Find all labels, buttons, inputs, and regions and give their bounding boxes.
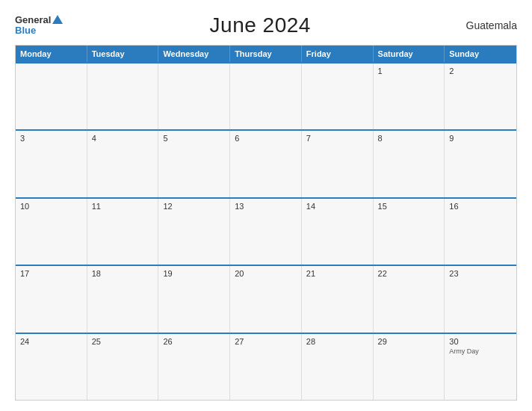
- calendar-day-cell: 25: [87, 334, 159, 400]
- calendar-day-cell: 29: [374, 334, 445, 400]
- day-number: 27: [235, 337, 244, 346]
- day-number: 17: [20, 269, 29, 278]
- calendar-header-cell: Friday: [302, 46, 374, 62]
- calendar-header-cell: Saturday: [374, 46, 445, 62]
- calendar-day-cell: 3: [16, 131, 87, 197]
- calendar-body: 1234567891011121314151617181920212223242…: [16, 62, 516, 400]
- calendar-day-cell: 5: [158, 131, 230, 197]
- calendar-day-cell: 2: [445, 64, 516, 129]
- day-number: 10: [20, 202, 29, 211]
- calendar-header-cell: Wednesday: [158, 46, 230, 62]
- day-number: 15: [378, 202, 387, 211]
- day-number: 16: [449, 202, 458, 211]
- calendar-day-cell: 22: [374, 266, 445, 332]
- calendar-week-row: 24252627282930Army Day: [16, 333, 516, 400]
- page: General Blue June 2024 Guatemala MondayT…: [0, 0, 532, 411]
- calendar-day-cell: 18: [87, 266, 159, 332]
- calendar-day-cell: 15: [374, 199, 445, 265]
- calendar-day-cell: 19: [158, 266, 230, 332]
- calendar-day-cell: 20: [230, 266, 302, 332]
- day-number: 29: [378, 337, 387, 346]
- calendar-day-cell: 11: [87, 199, 159, 265]
- calendar-day-cell: [230, 64, 302, 129]
- day-number: 23: [449, 269, 458, 278]
- calendar-day-cell: 30Army Day: [445, 334, 516, 400]
- calendar-day-cell: 4: [87, 131, 159, 197]
- calendar-header-cell: Tuesday: [87, 46, 159, 62]
- logo: General Blue: [15, 15, 63, 37]
- calendar-day-cell: 6: [230, 131, 302, 197]
- calendar-day-cell: [158, 64, 230, 129]
- day-number: 19: [163, 269, 172, 278]
- calendar-day-cell: 1: [374, 64, 445, 129]
- calendar-week-row: 12: [16, 62, 516, 129]
- day-number: 26: [163, 337, 172, 346]
- calendar-week-row: 17181920212223: [16, 265, 516, 332]
- day-number: 1: [378, 67, 383, 75]
- day-number: 14: [306, 202, 315, 211]
- day-number: 20: [235, 269, 244, 278]
- calendar-title: June 2024: [210, 13, 311, 37]
- day-number: 8: [378, 134, 383, 143]
- holiday-label: Army Day: [449, 347, 512, 355]
- calendar-day-cell: 16: [445, 199, 516, 265]
- day-number: 6: [235, 134, 239, 143]
- day-number: 21: [306, 269, 315, 278]
- day-number: 5: [163, 134, 167, 143]
- calendar-day-cell: 26: [158, 334, 230, 400]
- calendar-day-cell: [87, 64, 159, 129]
- day-number: 11: [92, 202, 101, 211]
- day-number: 4: [92, 134, 96, 143]
- logo-general-text: General: [15, 15, 51, 25]
- day-number: 18: [92, 269, 101, 278]
- day-number: 12: [163, 202, 172, 211]
- country-label: Guatemala: [457, 19, 517, 31]
- calendar-header-cell: Sunday: [445, 46, 516, 62]
- day-number: 22: [378, 269, 387, 278]
- calendar-day-cell: 21: [302, 266, 374, 332]
- calendar-day-cell: 13: [230, 199, 302, 265]
- logo-triangle-icon: [52, 15, 63, 24]
- header: General Blue June 2024 Guatemala: [15, 13, 517, 37]
- day-number: 24: [20, 337, 29, 346]
- day-number: 30: [449, 337, 458, 346]
- day-number: 28: [306, 337, 315, 346]
- day-number: 13: [235, 202, 244, 211]
- calendar-day-cell: 7: [302, 131, 374, 197]
- calendar-day-cell: 9: [445, 131, 516, 197]
- calendar-week-row: 10111213141516: [16, 197, 516, 265]
- calendar-day-cell: 10: [16, 199, 87, 265]
- calendar-header-cell: Thursday: [230, 46, 302, 62]
- day-number: 9: [449, 134, 454, 143]
- day-number: 2: [449, 67, 454, 75]
- calendar-day-cell: 14: [302, 199, 374, 265]
- calendar-day-cell: 27: [230, 334, 302, 400]
- calendar-day-cell: 8: [374, 131, 445, 197]
- calendar-day-cell: 28: [302, 334, 374, 400]
- calendar-day-cell: 17: [16, 266, 87, 332]
- day-number: 3: [20, 134, 25, 143]
- calendar: MondayTuesdayWednesdayThursdayFridaySatu…: [15, 45, 517, 401]
- day-number: 25: [92, 337, 101, 346]
- calendar-header-row: MondayTuesdayWednesdayThursdayFridaySatu…: [16, 46, 516, 62]
- calendar-week-row: 3456789: [16, 129, 516, 197]
- logo-blue-text: Blue: [15, 25, 36, 36]
- day-number: 7: [306, 134, 311, 143]
- calendar-day-cell: [16, 64, 87, 129]
- calendar-day-cell: 23: [445, 266, 516, 332]
- calendar-day-cell: 24: [16, 334, 87, 400]
- calendar-day-cell: 12: [158, 199, 230, 265]
- calendar-day-cell: [302, 64, 374, 129]
- calendar-header-cell: Monday: [16, 46, 87, 62]
